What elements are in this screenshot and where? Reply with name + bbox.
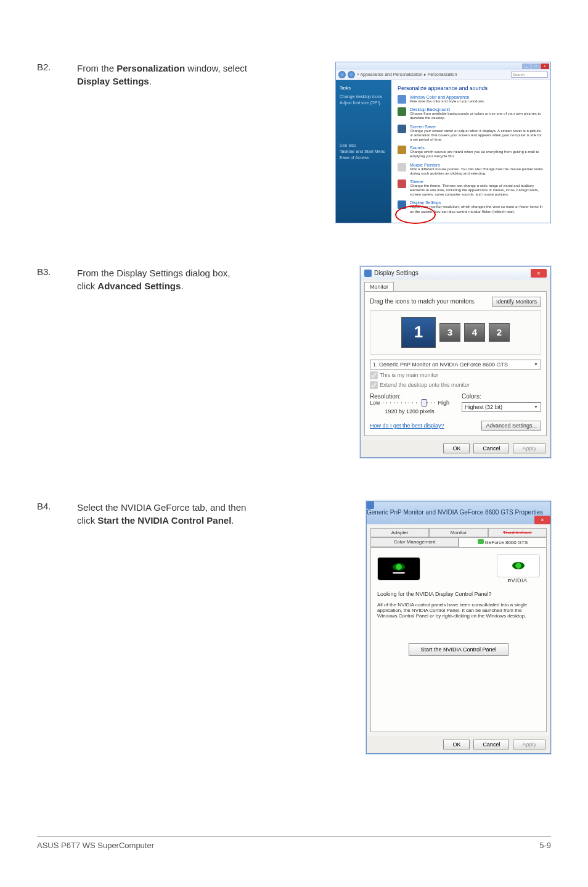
close-button[interactable]: × (534, 516, 550, 524)
nav-back-icon[interactable] (338, 71, 346, 78)
screen-saver-icon (398, 125, 406, 133)
monitor-2-icon[interactable]: 2 (489, 323, 510, 342)
tab-troubleshoot[interactable]: Troubleshoot (488, 528, 547, 537)
colors-select[interactable]: Highest (32 bit)▼ (462, 402, 541, 412)
tab-color-management[interactable]: Color Management (370, 537, 459, 547)
highlight-circle (395, 205, 436, 224)
display-dialog-icon (364, 270, 372, 277)
sidebar-link-desktop-icons[interactable]: Change desktop icons (340, 94, 388, 100)
colors-label: Colors: (462, 393, 541, 400)
cancel-button[interactable]: Cancel (473, 740, 509, 749)
display-dialog-title: Display Settings (374, 270, 419, 276)
start-nvidia-control-panel-button[interactable]: Start the NVIDIA Control Panel (409, 643, 508, 656)
apply-button: Apply (513, 444, 545, 453)
theme-icon (398, 179, 406, 188)
see-also-heading: See also (340, 142, 388, 149)
minimize-button[interactable]: _ (522, 64, 531, 69)
mouse-pointers-icon (398, 163, 406, 171)
apply-button: Apply (513, 740, 545, 749)
resolution-slider[interactable]: Low High (370, 400, 449, 406)
close-button[interactable]: × (531, 269, 547, 278)
link-screen-saver[interactable]: Screen Saver (410, 125, 544, 129)
search-input[interactable]: Search (511, 72, 548, 78)
sounds-icon (398, 146, 406, 154)
monitor-1-icon[interactable]: 1 (401, 317, 436, 348)
link-desktop-background[interactable]: Desktop Background (410, 107, 544, 112)
drag-instruction: Drag the icons to match your monitors. (370, 298, 476, 305)
nvidia-badge-dark (377, 557, 420, 580)
nvidia-eye-icon (393, 563, 405, 571)
tab-monitor[interactable]: Monitor (364, 282, 394, 291)
tab-adapter[interactable]: Adapter (370, 528, 429, 537)
tab-geforce[interactable]: GeForce 8600 GTS (459, 537, 547, 547)
window-color-icon (398, 95, 406, 104)
step-b3-text: From the Display Settings dialog box, cl… (77, 266, 250, 458)
extend-desktop-checkbox (370, 381, 378, 389)
nvidia-tab-icon (478, 539, 484, 544)
tab-monitor[interactable]: Monitor (429, 528, 488, 537)
ok-button[interactable]: OK (443, 740, 470, 749)
nvidia-badge-light (497, 554, 540, 577)
maximize-button[interactable]: □ (531, 64, 540, 69)
close-button[interactable]: × (541, 64, 549, 69)
cancel-button[interactable]: Cancel (473, 444, 509, 453)
help-link[interactable]: How do I get the best display? (370, 423, 444, 429)
personalize-heading: Personalize appearance and sounds (398, 85, 544, 91)
tasks-heading: Tasks (340, 85, 388, 91)
nvidia-logo-text: nVIDIA. (497, 577, 540, 584)
properties-dialog-icon (367, 501, 374, 509)
resolution-value: 1920 by 1200 pixels (370, 408, 449, 415)
nvidia-eye-icon (512, 562, 525, 569)
sidebar-link-taskbar[interactable]: Taskbar and Start Menu (340, 149, 388, 155)
monitor-4-icon[interactable]: 4 (464, 323, 485, 342)
step-b4-text: Select the NVIDIA GeForce tab, and then … (77, 501, 250, 754)
main-monitor-checkbox (370, 371, 378, 379)
monitor-select[interactable]: 1. Generic PnP Monitor on NVIDIA GeForce… (370, 360, 541, 369)
step-b2-label: B2. (37, 62, 65, 223)
resolution-label: Resolution: (370, 393, 449, 400)
window-titlebar: _ □ × (336, 62, 550, 70)
breadcrumb[interactable]: « Appearance and Personalization ▸ Perso… (357, 72, 509, 77)
display-settings-dialog: Display Settings × Monitor Drag the icon… (360, 266, 551, 458)
link-display-settings[interactable]: Display Settings (410, 200, 544, 205)
nav-forward-icon[interactable] (348, 71, 355, 78)
ok-button[interactable]: OK (443, 444, 470, 453)
link-theme[interactable]: Theme (410, 179, 544, 184)
identify-monitors-button[interactable]: Identify Monitors (492, 297, 541, 307)
description-text: All of the NVIDIA control panels have be… (377, 602, 540, 619)
step-b3-label: B3. (37, 266, 65, 458)
properties-dialog-title: Generic PnP Monitor and NVIDIA GeForce 8… (367, 509, 543, 516)
desktop-background-icon (398, 107, 406, 116)
link-window-color[interactable]: Window Color and Appearance (410, 95, 485, 99)
monitor-arrangement[interactable]: 1 3 4 2 (370, 310, 541, 355)
sidebar-link-ease-of-access[interactable]: Ease of Access (340, 155, 388, 161)
footer-page-number: 5-9 (539, 841, 551, 850)
monitor-3-icon[interactable]: 3 (439, 323, 460, 342)
advanced-settings-button[interactable]: Advanced Settings... (481, 421, 541, 431)
looking-for-text: Looking for the NVIDIA Display Control P… (377, 591, 540, 597)
tasks-sidebar: Tasks Change desktop icons Adjust font s… (336, 80, 391, 223)
link-mouse-pointers[interactable]: Mouse Pointers (410, 163, 544, 167)
link-sounds[interactable]: Sounds (410, 146, 544, 150)
step-b2-text: From the Personalization window, select … (77, 62, 250, 223)
monitor-properties-dialog: Generic PnP Monitor and NVIDIA GeForce 8… (366, 501, 551, 754)
personalization-window: _ □ × « Appearance and Personalization ▸… (335, 62, 551, 223)
footer-product: ASUS P6T7 WS SuperComputer (37, 841, 154, 850)
sidebar-link-font-size[interactable]: Adjust font size (DPI) (340, 100, 388, 106)
step-b4-label: B4. (37, 501, 65, 754)
